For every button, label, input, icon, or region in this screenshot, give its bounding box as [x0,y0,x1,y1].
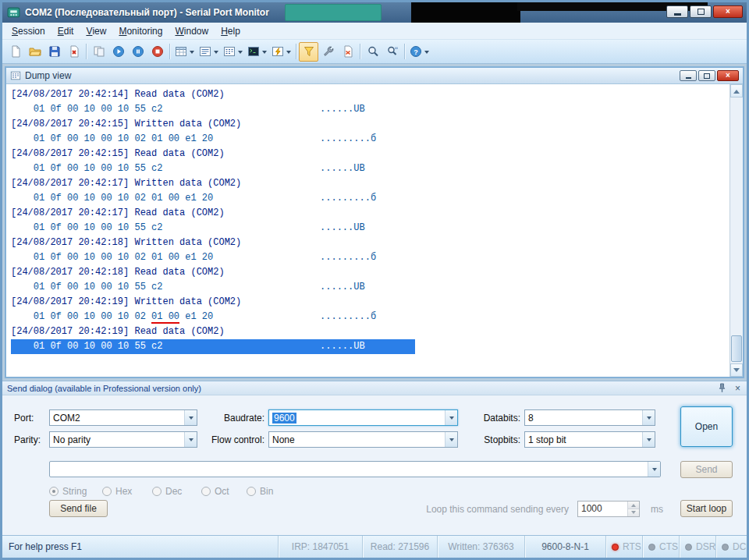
log-hex-line[interactable]: 01 0f 00 10 00 10 02 01 00 e1 20 .......… [11,250,415,265]
events-view-button[interactable] [269,42,293,62]
stopbits-select[interactable]: 1 stop bit [524,431,655,448]
start-monitoring-button[interactable] [108,42,128,62]
open-button[interactable]: Open [680,406,733,447]
signal-dsr: DSR [679,536,715,558]
databits-select[interactable]: 8 [524,409,655,426]
menu-item-window[interactable]: Window [169,23,215,39]
export-data-button[interactable] [89,42,108,62]
help-button[interactable]: ? [407,42,431,62]
clear-views-button[interactable] [338,42,357,62]
port-select[interactable]: COM2 [49,409,197,426]
radio-dec[interactable]: Dec [152,486,182,497]
mdi-area: Dump view × [24/08/2017 20:42:14] Read d… [2,64,747,381]
log-hex-line[interactable]: 01 0f 00 10 00 10 55 c2 ......UB [11,280,415,295]
panel-close-button[interactable]: × [733,384,742,393]
radio-bin[interactable]: Bin [247,486,273,497]
find-next-button[interactable] [382,42,402,62]
line-view-button[interactable] [197,42,221,62]
open-session-button[interactable] [25,42,44,62]
child-maximize-button[interactable] [698,70,715,81]
vertical-scrollbar[interactable] [729,84,743,377]
toolbar: ? [2,40,747,64]
arrow-up-icon [733,87,740,94]
child-close-button[interactable]: × [717,70,739,81]
scrollbar-thumb[interactable] [731,335,742,362]
log-hex-line[interactable]: 01 0f 00 10 00 10 55 c2 ......UB [11,102,415,117]
pin-icon[interactable] [717,383,727,393]
advanced-settings-icon [322,45,335,58]
radio-oct[interactable]: Oct [201,486,229,497]
table-view-button[interactable] [172,42,197,62]
log-hex-line[interactable]: 01 0f 00 10 00 10 55 c2 ......UB [11,339,415,354]
stop-monitoring-button[interactable] [147,42,167,62]
export-data-icon [93,45,105,58]
log-timestamp-line[interactable]: [24/08/2017 20:42:17] Written data (COM2… [11,176,729,191]
port-label: Port: [14,413,34,424]
close-button[interactable]: × [713,5,743,18]
log-timestamp-line[interactable]: [24/08/2017 20:42:14] Read data (COM2) [11,87,729,102]
baudrate-select[interactable]: 9600 [268,409,458,426]
radio-string[interactable]: String [49,486,87,497]
dump-view-button[interactable] [221,42,245,62]
log-hex-line[interactable]: 01 0f 00 10 00 10 55 c2 ......UB [11,221,415,236]
command-input[interactable] [49,461,661,477]
new-session-icon [9,45,22,58]
menu-item-edit[interactable]: Edit [51,23,80,39]
log-timestamp-line[interactable]: [24/08/2017 20:42:18] Read data (COM2) [11,265,729,280]
spin-up-button[interactable] [628,502,639,509]
toolbar-separator [86,44,87,59]
find-button[interactable] [363,42,382,62]
titlebar[interactable]: COM2 (Последовательный порт) - Serial Po… [2,2,747,23]
flow-control-value: None [269,432,445,447]
menu-item-session[interactable]: Session [5,23,51,39]
parity-select[interactable]: No parity [49,431,197,448]
start-loop-button[interactable]: Start loop [680,500,733,517]
log-hex-line[interactable]: 01 0f 00 10 00 10 55 c2 ......UB [11,161,415,176]
log-timestamp-line[interactable]: [24/08/2017 20:42:15] Read data (COM2) [11,147,729,161]
maximize-button[interactable] [690,5,712,18]
child-minimize-button[interactable] [680,70,697,81]
log-timestamp-line[interactable]: [24/08/2017 20:42:19] Read data (COM2) [11,324,729,339]
format-radio-group: StringHexDecOctBin [2,486,747,498]
menu-item-view[interactable]: View [80,23,112,39]
save-session-button[interactable] [44,42,64,62]
menu-item-monitoring[interactable]: Monitoring [112,23,169,39]
log-timestamp-line[interactable]: [24/08/2017 20:42:15] Written data (COM2… [11,117,729,132]
log-timestamp-line[interactable]: [24/08/2017 20:42:17] Read data (COM2) [11,206,729,221]
send-dialog-title: Send dialog (available in Professional v… [7,384,717,393]
send-button[interactable]: Send [680,461,733,478]
loop-interval-spinner[interactable]: 1000 [577,501,640,517]
close-session-button[interactable] [64,42,83,62]
scroll-down-button[interactable] [730,363,743,377]
log-timestamp-line[interactable]: [24/08/2017 20:42:18] Written data (COM2… [11,236,729,250]
pause-monitoring-button[interactable] [128,42,147,62]
start-loop-button-label: Start loop [687,503,726,514]
status-help-text: For help press F1 [2,536,278,558]
log-hex-line[interactable]: 01 0f 00 10 00 10 02 01 00 e1 20 .......… [11,191,415,206]
send-dialog-header: Send dialog (available in Professional v… [2,381,747,395]
annotation-red-underline: 01 00 [151,311,179,324]
log-hex-line[interactable]: 01 0f 00 10 00 10 02 01 00 e1 20 .......… [11,132,415,147]
spin-down-button[interactable] [628,509,639,516]
port-value: COM2 [50,410,184,425]
dropdown-arrow-icon [262,51,267,56]
log-hex-line[interactable]: 01 0f 00 10 00 10 02 01 00 e1 20 .......… [11,310,416,324]
log-timestamp-line[interactable]: [24/08/2017 20:42:19] Written data (COM2… [11,295,729,310]
minimize-button[interactable] [666,5,688,18]
overlay-artifact [411,2,520,23]
baudrate-value: 9600 [272,413,296,424]
signal-dot-icon [648,544,655,551]
new-session-button[interactable] [5,42,25,62]
send-file-button[interactable]: Send file [49,500,108,517]
radio-hex[interactable]: Hex [102,486,132,497]
scroll-up-button[interactable] [730,84,743,97]
dump-view-content: [24/08/2017 20:42:14] Read data (COM2) 0… [6,84,743,377]
advanced-settings-button[interactable] [318,42,338,62]
flow-control-select[interactable]: None [268,431,458,448]
terminal-view-button[interactable] [245,42,269,62]
status-irp-count: IRP: 1847051 [278,536,362,558]
menu-item-help[interactable]: Help [215,23,247,39]
filter-setup-button[interactable] [299,42,318,62]
dump-view-titlebar[interactable]: Dump view × [6,68,743,84]
open-button-label: Open [695,421,718,432]
